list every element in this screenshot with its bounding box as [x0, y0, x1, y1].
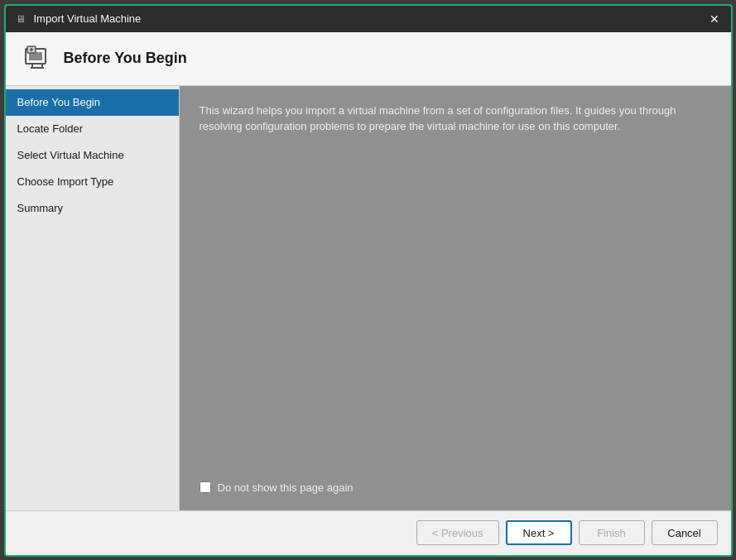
next-button[interactable]: Next >	[506, 520, 572, 545]
sidebar-item-select-virtual-machine[interactable]: Select Virtual Machine	[6, 142, 179, 169]
main-content: This wizard helps you import a virtual m…	[180, 86, 731, 510]
header: Before You Begin	[6, 32, 731, 86]
sidebar-item-before-you-begin[interactable]: Before You Begin	[6, 89, 179, 116]
previous-button[interactable]: < Previous	[416, 520, 499, 545]
sidebar: Before You Begin Locate Folder Select Vi…	[6, 86, 180, 510]
do-not-show-label[interactable]: Do not show this page again	[218, 481, 354, 494]
content-area: Before You Begin Locate Folder Select Vi…	[6, 86, 731, 510]
import-dialog: 🖥 Import Virtual Machine ✕ Before You Be…	[4, 4, 733, 557]
header-title: Before You Begin	[64, 50, 187, 67]
sidebar-item-choose-import-type[interactable]: Choose Import Type	[6, 169, 179, 195]
sidebar-item-summary[interactable]: Summary	[6, 195, 179, 222]
footer: < Previous Next > Finish Cancel	[6, 510, 731, 555]
title-bar: 🖥 Import Virtual Machine ✕	[6, 6, 731, 32]
close-button[interactable]: ✕	[706, 11, 723, 27]
do-not-show-checkbox[interactable]	[200, 481, 211, 493]
checkbox-row: Do not show this page again	[200, 481, 711, 494]
header-icon	[22, 44, 52, 74]
window-title: Import Virtual Machine	[34, 12, 700, 25]
bottom-area: Do not show this page again	[200, 481, 711, 494]
window-icon: 🖥	[14, 12, 27, 26]
finish-button[interactable]: Finish	[579, 520, 645, 545]
cancel-button[interactable]: Cancel	[652, 520, 718, 545]
sidebar-item-locate-folder[interactable]: Locate Folder	[6, 116, 179, 142]
description-text: This wizard helps you import a virtual m…	[200, 103, 680, 135]
